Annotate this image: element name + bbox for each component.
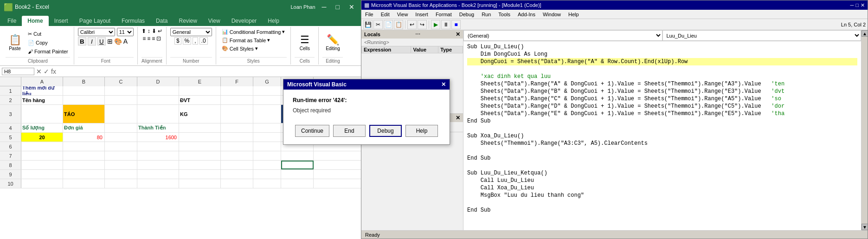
cell-f4[interactable] [221,123,253,132]
cell-g5[interactable] [253,133,281,142]
vba-menu-tools[interactable]: Tools [495,10,514,19]
border-button[interactable]: ⊞ [107,38,113,45]
vba-stop-tool[interactable]: ■ [451,20,461,29]
vba-close-icon[interactable]: ✕ [861,2,865,8]
cell-c8[interactable] [105,161,137,169]
cell-d4[interactable]: Thành Tiền [137,123,179,132]
cell-d6[interactable] [137,142,179,151]
vba-minimize-icon[interactable]: ─ [850,2,854,8]
vba-maximize-icon[interactable]: □ [855,2,859,8]
cell-a2[interactable]: Tên hàng [21,96,63,104]
cell-g8[interactable] [253,161,281,169]
cell-e3[interactable]: KG [179,105,221,123]
cell-f2[interactable] [221,96,253,104]
cell-c5[interactable] [105,133,137,142]
cell-c10[interactable] [105,179,137,188]
vba-menu-addins[interactable]: Add-Ins [514,10,539,19]
copy-button[interactable]: 📄Copy [26,39,70,47]
cell-g7[interactable] [253,151,281,160]
col-header-e[interactable]: E [179,77,221,86]
cell-b5[interactable]: 80 [63,133,105,142]
format-as-table-button[interactable]: 📋Format as Table▾ [220,36,272,44]
vba-menu-debug[interactable]: Debug [456,10,478,19]
cell-f6[interactable] [221,142,253,151]
currency-button[interactable]: $ [174,37,181,45]
font-name-select[interactable]: Calibri [78,28,115,36]
cell-d5[interactable]: 1600 [137,133,179,142]
cell-f5[interactable] [221,133,253,142]
vba-project-close-icon[interactable]: ✕ [456,115,460,121]
cell-c3[interactable] [105,105,137,123]
cell-f10[interactable] [221,179,253,188]
dialog-help-button[interactable]: Help [405,125,438,137]
cell-e5[interactable] [179,133,221,142]
col-header-f[interactable]: F [221,77,253,86]
cell-e2[interactable]: ĐVT [179,96,221,104]
cell-b6[interactable] [63,142,105,151]
cell-d7[interactable] [137,151,179,160]
cell-c7[interactable] [105,151,137,160]
fill-color-button[interactable]: 🎨 [114,38,122,45]
align-bottom-button[interactable]: ⬇ [152,28,156,34]
cell-e6[interactable] [179,142,221,151]
vba-procedure-dropdown[interactable]: Luu_Du_Lieu [662,30,862,41]
cell-d3[interactable] [137,105,179,123]
cell-h9[interactable] [281,170,314,179]
cell-g10[interactable] [253,179,281,188]
dialog-debug-button[interactable]: Debug [369,125,402,137]
align-left-button[interactable]: ≡ [142,35,146,42]
cell-e8[interactable] [179,161,221,169]
vba-locals-close-icon[interactable]: ✕ [456,31,460,38]
vba-paste-tool[interactable]: 📋 [394,20,403,29]
cell-c2[interactable] [105,96,137,104]
cell-a1[interactable]: Thêm mới dữ liệu [21,86,63,95]
align-center-button[interactable]: ≡ [147,35,150,42]
cell-a4[interactable]: Số lượng [21,123,63,132]
vba-menu-help[interactable]: Help [565,10,583,19]
cell-g6[interactable] [253,142,281,151]
confirm-formula-icon[interactable]: ✓ [44,68,49,75]
cell-c6[interactable] [105,142,137,151]
cell-b7[interactable] [63,151,105,160]
dialog-close-icon[interactable]: ✕ [441,81,446,88]
tab-view[interactable]: View [203,16,226,26]
dialog-continue-button[interactable]: Continue [295,125,329,137]
cell-c1[interactable] [105,86,137,95]
merge-button[interactable]: ⊡ [156,35,161,42]
cell-d2[interactable] [137,96,179,104]
cell-b4[interactable]: Đơn giá [63,123,105,132]
col-header-c[interactable]: C [105,77,137,86]
cell-g2[interactable] [253,96,281,104]
minimize-icon[interactable]: ─ [319,3,329,11]
cell-e7[interactable] [179,151,221,160]
cell-c4[interactable] [105,123,137,132]
cells-button[interactable]: ☰ Cells [296,32,314,53]
maximize-icon[interactable]: □ [333,3,342,11]
vba-scrollbar[interactable]: ▲ ▼ [861,30,868,230]
cell-c9[interactable] [105,170,137,179]
cell-d9[interactable] [137,170,179,179]
vba-menu-view[interactable]: View [393,10,412,19]
align-top-button[interactable]: ⬆ [141,28,146,34]
cancel-formula-icon[interactable]: ✕ [36,68,42,75]
tab-developer[interactable]: Developer [226,16,263,26]
cell-g9[interactable] [253,170,281,179]
vba-menu-window[interactable]: Window [539,10,565,19]
vba-save-tool[interactable]: 💾 [363,20,373,29]
cell-h8[interactable] [281,161,314,169]
cell-a8[interactable] [21,161,63,169]
cell-f7[interactable] [221,151,253,160]
cell-g1[interactable] [253,86,281,95]
cell-e4[interactable] [179,123,221,132]
vba-cut-tool[interactable]: ✂ [373,20,383,29]
cell-e9[interactable] [179,170,221,179]
bold-button[interactable]: B [78,37,86,45]
tab-insert[interactable]: Insert [49,16,74,26]
cell-g3[interactable] [253,105,281,123]
align-middle-button[interactable]: ↕ [148,28,150,34]
tab-home[interactable]: Home [22,16,48,26]
italic-button[interactable]: I [88,37,96,45]
align-right-button[interactable]: ≡ [152,35,155,42]
vba-object-dropdown[interactable]: (General) [463,30,662,41]
cell-e1[interactable] [179,86,221,95]
